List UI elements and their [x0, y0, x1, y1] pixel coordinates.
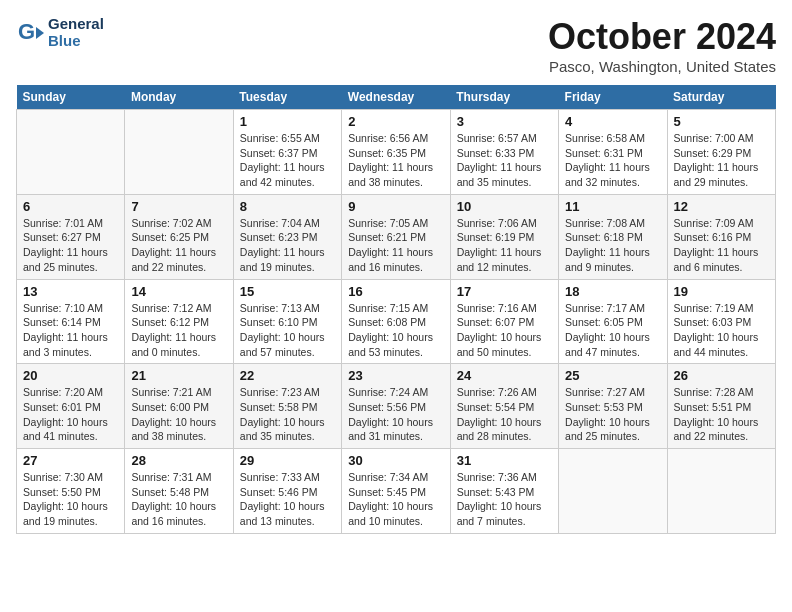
day-cell: 29Sunrise: 7:33 AMSunset: 5:46 PMDayligh…	[233, 449, 341, 534]
day-number: 19	[674, 284, 769, 299]
weekday-wednesday: Wednesday	[342, 85, 450, 110]
day-number: 9	[348, 199, 443, 214]
week-row-3: 20Sunrise: 7:20 AMSunset: 6:01 PMDayligh…	[17, 364, 776, 449]
day-cell: 13Sunrise: 7:10 AMSunset: 6:14 PMDayligh…	[17, 279, 125, 364]
day-number: 22	[240, 368, 335, 383]
day-number: 4	[565, 114, 660, 129]
day-cell: 20Sunrise: 7:20 AMSunset: 6:01 PMDayligh…	[17, 364, 125, 449]
day-info: Sunrise: 7:31 AMSunset: 5:48 PMDaylight:…	[131, 470, 226, 529]
weekday-monday: Monday	[125, 85, 233, 110]
day-cell: 31Sunrise: 7:36 AMSunset: 5:43 PMDayligh…	[450, 449, 558, 534]
day-cell	[559, 449, 667, 534]
location: Pasco, Washington, United States	[548, 58, 776, 75]
day-info: Sunrise: 7:12 AMSunset: 6:12 PMDaylight:…	[131, 301, 226, 360]
logo-line1: General	[48, 16, 104, 33]
day-number: 31	[457, 453, 552, 468]
svg-marker-1	[36, 27, 44, 39]
day-cell: 26Sunrise: 7:28 AMSunset: 5:51 PMDayligh…	[667, 364, 775, 449]
day-cell	[125, 110, 233, 195]
title-section: October 2024 Pasco, Washington, United S…	[548, 16, 776, 75]
logo-line2: Blue	[48, 33, 104, 50]
day-cell: 17Sunrise: 7:16 AMSunset: 6:07 PMDayligh…	[450, 279, 558, 364]
day-cell: 10Sunrise: 7:06 AMSunset: 6:19 PMDayligh…	[450, 194, 558, 279]
day-number: 29	[240, 453, 335, 468]
day-cell: 6Sunrise: 7:01 AMSunset: 6:27 PMDaylight…	[17, 194, 125, 279]
day-info: Sunrise: 7:24 AMSunset: 5:56 PMDaylight:…	[348, 385, 443, 444]
day-info: Sunrise: 7:28 AMSunset: 5:51 PMDaylight:…	[674, 385, 769, 444]
day-cell: 9Sunrise: 7:05 AMSunset: 6:21 PMDaylight…	[342, 194, 450, 279]
month-title: October 2024	[548, 16, 776, 58]
logo: G General Blue	[16, 16, 104, 49]
day-cell: 11Sunrise: 7:08 AMSunset: 6:18 PMDayligh…	[559, 194, 667, 279]
day-number: 14	[131, 284, 226, 299]
day-number: 26	[674, 368, 769, 383]
calendar-table: SundayMondayTuesdayWednesdayThursdayFrid…	[16, 85, 776, 534]
day-info: Sunrise: 6:58 AMSunset: 6:31 PMDaylight:…	[565, 131, 660, 190]
day-info: Sunrise: 7:00 AMSunset: 6:29 PMDaylight:…	[674, 131, 769, 190]
day-number: 3	[457, 114, 552, 129]
weekday-header-row: SundayMondayTuesdayWednesdayThursdayFrid…	[17, 85, 776, 110]
day-number: 18	[565, 284, 660, 299]
calendar-body: 1Sunrise: 6:55 AMSunset: 6:37 PMDaylight…	[17, 110, 776, 534]
day-cell: 27Sunrise: 7:30 AMSunset: 5:50 PMDayligh…	[17, 449, 125, 534]
day-number: 1	[240, 114, 335, 129]
day-number: 17	[457, 284, 552, 299]
day-cell: 15Sunrise: 7:13 AMSunset: 6:10 PMDayligh…	[233, 279, 341, 364]
day-number: 16	[348, 284, 443, 299]
day-cell: 23Sunrise: 7:24 AMSunset: 5:56 PMDayligh…	[342, 364, 450, 449]
day-info: Sunrise: 7:05 AMSunset: 6:21 PMDaylight:…	[348, 216, 443, 275]
day-number: 11	[565, 199, 660, 214]
day-cell: 7Sunrise: 7:02 AMSunset: 6:25 PMDaylight…	[125, 194, 233, 279]
day-info: Sunrise: 7:16 AMSunset: 6:07 PMDaylight:…	[457, 301, 552, 360]
day-info: Sunrise: 7:04 AMSunset: 6:23 PMDaylight:…	[240, 216, 335, 275]
day-info: Sunrise: 6:57 AMSunset: 6:33 PMDaylight:…	[457, 131, 552, 190]
day-number: 23	[348, 368, 443, 383]
day-info: Sunrise: 7:34 AMSunset: 5:45 PMDaylight:…	[348, 470, 443, 529]
day-info: Sunrise: 7:21 AMSunset: 6:00 PMDaylight:…	[131, 385, 226, 444]
week-row-1: 6Sunrise: 7:01 AMSunset: 6:27 PMDaylight…	[17, 194, 776, 279]
day-number: 12	[674, 199, 769, 214]
day-info: Sunrise: 7:01 AMSunset: 6:27 PMDaylight:…	[23, 216, 118, 275]
day-number: 6	[23, 199, 118, 214]
day-info: Sunrise: 7:15 AMSunset: 6:08 PMDaylight:…	[348, 301, 443, 360]
day-number: 24	[457, 368, 552, 383]
day-cell: 19Sunrise: 7:19 AMSunset: 6:03 PMDayligh…	[667, 279, 775, 364]
day-info: Sunrise: 7:30 AMSunset: 5:50 PMDaylight:…	[23, 470, 118, 529]
day-cell: 5Sunrise: 7:00 AMSunset: 6:29 PMDaylight…	[667, 110, 775, 195]
day-cell: 18Sunrise: 7:17 AMSunset: 6:05 PMDayligh…	[559, 279, 667, 364]
day-info: Sunrise: 7:27 AMSunset: 5:53 PMDaylight:…	[565, 385, 660, 444]
weekday-tuesday: Tuesday	[233, 85, 341, 110]
day-cell	[17, 110, 125, 195]
day-info: Sunrise: 7:33 AMSunset: 5:46 PMDaylight:…	[240, 470, 335, 529]
day-number: 27	[23, 453, 118, 468]
day-info: Sunrise: 7:20 AMSunset: 6:01 PMDaylight:…	[23, 385, 118, 444]
day-info: Sunrise: 7:17 AMSunset: 6:05 PMDaylight:…	[565, 301, 660, 360]
day-cell: 8Sunrise: 7:04 AMSunset: 6:23 PMDaylight…	[233, 194, 341, 279]
day-number: 21	[131, 368, 226, 383]
day-info: Sunrise: 6:56 AMSunset: 6:35 PMDaylight:…	[348, 131, 443, 190]
day-info: Sunrise: 7:19 AMSunset: 6:03 PMDaylight:…	[674, 301, 769, 360]
day-info: Sunrise: 7:10 AMSunset: 6:14 PMDaylight:…	[23, 301, 118, 360]
day-cell: 4Sunrise: 6:58 AMSunset: 6:31 PMDaylight…	[559, 110, 667, 195]
day-number: 5	[674, 114, 769, 129]
day-info: Sunrise: 7:09 AMSunset: 6:16 PMDaylight:…	[674, 216, 769, 275]
day-cell: 12Sunrise: 7:09 AMSunset: 6:16 PMDayligh…	[667, 194, 775, 279]
day-number: 15	[240, 284, 335, 299]
week-row-0: 1Sunrise: 6:55 AMSunset: 6:37 PMDaylight…	[17, 110, 776, 195]
day-cell: 30Sunrise: 7:34 AMSunset: 5:45 PMDayligh…	[342, 449, 450, 534]
weekday-saturday: Saturday	[667, 85, 775, 110]
day-cell: 16Sunrise: 7:15 AMSunset: 6:08 PMDayligh…	[342, 279, 450, 364]
day-cell: 2Sunrise: 6:56 AMSunset: 6:35 PMDaylight…	[342, 110, 450, 195]
day-cell: 3Sunrise: 6:57 AMSunset: 6:33 PMDaylight…	[450, 110, 558, 195]
day-info: Sunrise: 7:13 AMSunset: 6:10 PMDaylight:…	[240, 301, 335, 360]
day-number: 13	[23, 284, 118, 299]
weekday-friday: Friday	[559, 85, 667, 110]
weekday-thursday: Thursday	[450, 85, 558, 110]
day-cell: 25Sunrise: 7:27 AMSunset: 5:53 PMDayligh…	[559, 364, 667, 449]
svg-text:G: G	[18, 19, 35, 44]
day-info: Sunrise: 7:23 AMSunset: 5:58 PMDaylight:…	[240, 385, 335, 444]
day-cell	[667, 449, 775, 534]
day-cell: 14Sunrise: 7:12 AMSunset: 6:12 PMDayligh…	[125, 279, 233, 364]
day-number: 7	[131, 199, 226, 214]
day-info: Sunrise: 7:06 AMSunset: 6:19 PMDaylight:…	[457, 216, 552, 275]
